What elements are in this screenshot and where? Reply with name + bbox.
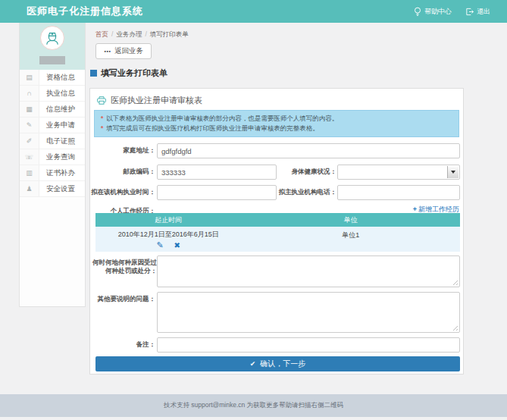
breadcrumb-business[interactable]: 业务办理 <box>116 30 142 38</box>
sidebar-item-label: 电子证照 <box>39 133 85 149</box>
table-header-unit: 单位 <box>241 215 460 225</box>
avatar[interactable] <box>40 26 64 50</box>
book-icon: ▥ <box>20 165 39 180</box>
logout-icon <box>465 8 474 16</box>
return-business-label: 返回业务 <box>114 46 143 56</box>
edit-row-icon[interactable]: ✎ <box>156 241 163 249</box>
footer-text: 技术支持 support@minke.cn 为获取更多帮助请扫描右侧二维码 <box>164 401 343 410</box>
sidebar-item-business-application[interactable]: ✎ 业务申请 <box>20 118 85 133</box>
help-center-label: 帮助中心 <box>424 7 452 17</box>
work-experience-table: 起止时间 单位 2010年12月1日至2016年6月15日 ✎ ✖ 单位1 <box>95 213 460 252</box>
sidebar-item-electronic-certificate[interactable]: ✐ 电子证照 <box>20 133 85 149</box>
square-bullet-icon <box>90 70 97 77</box>
confirm-next-button[interactable]: ✔ 确认，下一步 <box>95 356 460 371</box>
remark-input[interactable] <box>157 337 460 353</box>
logout-link[interactable]: 退出 <box>465 7 490 17</box>
breadcrumb-separator: / <box>145 30 146 38</box>
practice-time-label: 拟在该机构执业时间： <box>90 188 155 196</box>
app-window: 医师电子化注册信息系统 帮助中心 退出 <box>0 0 507 420</box>
table-header-period: 起止时间 <box>95 215 241 225</box>
sidebar: ▤ 资格信息 ∩ 执业信息 ▦ 信息维护 ✎ 业务申请 ✐ 电子证照 ☏ 业务查… <box>19 23 86 307</box>
health-status-select[interactable] <box>337 165 460 180</box>
breadcrumb-separator: / <box>111 30 113 38</box>
edit-icon: ✎ <box>20 118 39 133</box>
document-icon: ▤ <box>20 70 39 85</box>
form-panel: 医师执业注册申请审核表 *以下表格为医师执业注册申请审核表的部分内容，也是需要医… <box>89 88 464 375</box>
back-icon: ⋯ <box>104 48 111 55</box>
user-name-redacted <box>39 56 65 64</box>
sidebar-item-label: 信息维护 <box>39 102 85 117</box>
breadcrumb-home[interactable]: 首页 <box>95 30 108 38</box>
lightbulb-icon <box>414 7 421 17</box>
sidebar-item-security-settings[interactable]: ♟ 安全设置 <box>20 181 85 197</box>
sidebar-item-label: 业务查询 <box>39 149 85 165</box>
return-business-button[interactable]: ⋯ 返回业务 <box>95 43 152 59</box>
top-header: 医师电子化注册信息系统 帮助中心 退出 <box>0 0 507 23</box>
other-issues-label: 其他要说明的问题： <box>90 295 155 303</box>
user-icon: ♟ <box>20 181 39 196</box>
bullet-icon: * <box>101 124 103 132</box>
table-row: 2010年12月1日至2016年6月15日 ✎ ✖ 单位1 <box>95 227 460 252</box>
punishment-textarea[interactable] <box>157 255 460 287</box>
chevron-down-icon <box>447 166 458 178</box>
home-address-input[interactable] <box>157 143 460 158</box>
notice-box: *以下表格为医师执业注册申请审核表的部分内容，也是需要医师个人填写的内容。 *填… <box>94 110 459 137</box>
doctor-icon <box>44 30 61 46</box>
other-issues-textarea[interactable] <box>157 292 460 333</box>
sidebar-item-label: 资格信息 <box>39 70 85 85</box>
page-title: 填写业务打印表单 <box>90 67 167 79</box>
certificate-icon: ✐ <box>20 133 39 149</box>
plus-icon: + <box>413 205 417 213</box>
confirm-next-label: 确认，下一步 <box>260 359 305 369</box>
notice-line: *以下表格为医师执业注册申请审核表的部分内容，也是需要医师个人填写的内容。 <box>101 114 452 124</box>
notice-line: *填写完成后可在拟执业医疗机构打印医师执业注册申请审核表的完整表格。 <box>101 124 452 133</box>
table-cell-unit: 单位1 <box>241 230 460 249</box>
sidebar-item-label: 安全设置 <box>39 181 85 196</box>
sidebar-item-practice-info[interactable]: ∩ 执业信息 <box>20 86 85 102</box>
table-cell-period: 2010年12月1日至2016年6月15日 ✎ ✖ <box>95 230 241 249</box>
sidebar-item-label: 证书补办 <box>39 165 85 180</box>
breadcrumb-current: 填写打印表单 <box>150 30 189 38</box>
sidebar-menu: ▤ 资格信息 ∩ 执业信息 ▦ 信息维护 ✎ 业务申请 ✐ 电子证照 ☏ 业务查… <box>20 70 85 197</box>
sidebar-item-info-maintenance[interactable]: ▦ 信息维护 <box>20 102 85 118</box>
sidebar-item-certificate-reissue[interactable]: ▥ 证书补办 <box>20 165 85 181</box>
punishment-label: 何时何地何种原因受过何种处罚或处分： <box>92 259 157 275</box>
logout-label: 退出 <box>477 7 490 17</box>
app-title: 医师电子化注册信息系统 <box>27 5 143 18</box>
breadcrumb: 首页/业务办理/填写打印表单 <box>95 30 189 39</box>
sidebar-item-label: 业务申请 <box>39 118 85 133</box>
headset-icon: ∩ <box>20 86 39 101</box>
idcard-icon: ▦ <box>20 102 39 117</box>
row-actions: ✎ ✖ <box>95 241 241 249</box>
table-header-row: 起止时间 单位 <box>95 213 460 227</box>
sidebar-item-business-query[interactable]: ☏ 业务查询 <box>20 149 85 165</box>
sidebar-item-qualification-info[interactable]: ▤ 资格信息 <box>20 70 85 86</box>
header-actions: 帮助中心 退出 <box>414 0 490 23</box>
org-phone-input[interactable] <box>337 185 460 200</box>
bullet-icon: * <box>101 114 103 122</box>
remark-label: 备注： <box>90 340 155 349</box>
help-center-link[interactable]: 帮助中心 <box>414 7 452 17</box>
search-icon: ☏ <box>20 149 39 165</box>
form-title: 医师执业注册申请审核表 <box>97 95 202 106</box>
postal-code-label: 邮政编码： <box>90 168 155 176</box>
user-profile-box <box>20 23 85 70</box>
delete-row-icon[interactable]: ✖ <box>174 241 180 249</box>
sidebar-item-label: 执业信息 <box>39 86 85 101</box>
check-icon: ✔ <box>250 360 256 368</box>
org-phone-label: 拟主执业机构电话： <box>242 188 336 196</box>
home-address-label: 家庭地址： <box>90 146 155 155</box>
printer-icon <box>97 96 106 105</box>
health-status-label: 身体健康状况： <box>242 168 336 176</box>
page-footer: 技术支持 support@minke.cn 为获取更多帮助请扫描右侧二维码 <box>0 394 507 417</box>
